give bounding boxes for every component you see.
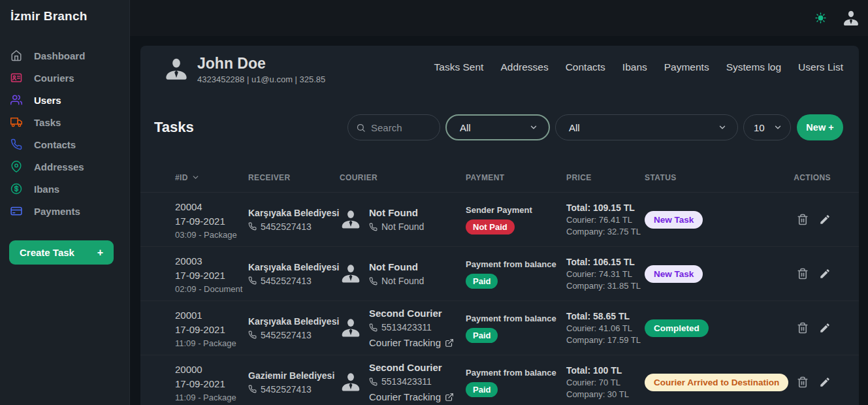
truck-icon — [10, 116, 22, 128]
sidebar-item-ibans[interactable]: Ibans — [10, 178, 129, 200]
courier-avatar-icon — [340, 371, 362, 393]
delete-icon[interactable] — [797, 268, 809, 280]
column-header-status: STATUS — [645, 173, 775, 182]
search-input[interactable] — [371, 122, 432, 133]
courier-name: Not Found — [369, 207, 424, 218]
payment-badge: Paid — [466, 328, 498, 343]
price-total: Total: 100 TL — [566, 365, 645, 376]
sidebar-item-label: Couriers — [34, 73, 74, 84]
courier-avatar-icon — [340, 263, 362, 285]
payment-badge: Paid — [466, 382, 498, 397]
task-time-type: 11:09 - Package — [175, 393, 248, 402]
courier-avatar-icon — [340, 208, 362, 231]
edit-icon[interactable] — [819, 376, 831, 388]
column-header-receiver: RECEIVER — [248, 173, 340, 182]
map-pin-icon — [10, 161, 22, 172]
phone-icon — [248, 385, 257, 393]
filter-select-value: All — [569, 122, 580, 133]
task-time-type: 02:09 - Document — [175, 284, 248, 294]
sidebar-item-label: Dashboard — [34, 50, 85, 61]
task-date: 17-09-2021 — [175, 323, 248, 337]
chevron-down-icon — [773, 123, 782, 132]
task-date: 17-09-2021 — [175, 377, 248, 391]
sidebar-item-dashboard[interactable]: Dashboard — [10, 44, 129, 67]
courier-name: Second Courier — [369, 308, 454, 319]
tab-contacts[interactable]: Contacts — [566, 61, 605, 73]
sidebar-nav: Dashboard Couriers Users Tasks Contacts … — [10, 44, 129, 222]
task-date: 17-09-2021 — [175, 268, 248, 283]
courier-tracking-link[interactable]: Courier Tracking — [369, 337, 454, 348]
receiver-phone: 5452527413 — [261, 276, 312, 286]
task-id: 20000 — [175, 363, 248, 377]
price-company: Company: 17.59 TL — [566, 335, 645, 345]
price-company: Company: 30 TL — [566, 389, 645, 399]
table-row: 20004 17-09-2021 03:09 - Package Karşıya… — [140, 193, 859, 247]
sidebar-item-couriers[interactable]: Couriers — [10, 67, 129, 89]
courier-phone: 5513423311 — [381, 322, 432, 332]
filter-select[interactable]: 10 — [743, 114, 791, 140]
courier-name: Not Found — [369, 261, 424, 272]
courier-name: Second Courier — [369, 362, 454, 373]
payment-method: Payment from balance — [466, 314, 566, 323]
tab-users-list[interactable]: Users List — [798, 61, 843, 73]
tab-payments[interactable]: Payments — [664, 61, 709, 73]
search-icon — [356, 123, 366, 133]
filter-select[interactable]: All — [445, 114, 550, 140]
edit-icon[interactable] — [819, 214, 831, 225]
sort-chevron-icon[interactable] — [191, 173, 200, 182]
task-time-type: 11:09 - Package — [175, 338, 248, 348]
price-total: Total: 58.65 TL — [566, 311, 645, 321]
edit-icon[interactable] — [819, 268, 831, 280]
payment-method: Sender Payment — [466, 205, 566, 215]
sidebar-item-label: Contacts — [34, 139, 76, 150]
column-header-courier: COURIER — [340, 173, 466, 182]
payment-method: Payment from balance — [466, 259, 566, 269]
theme-sun-icon[interactable] — [815, 12, 826, 24]
delete-icon[interactable] — [797, 376, 809, 388]
sidebar-item-payments[interactable]: Payments — [10, 200, 129, 222]
sidebar-item-users[interactable]: Users — [10, 89, 129, 111]
sidebar: İzmir Branch Dashboard Couriers Users Ta… — [0, 0, 130, 405]
users-icon — [10, 94, 22, 106]
receiver-phone: 5452527413 — [261, 221, 312, 232]
table-row: 20003 17-09-2021 02:09 - Document Karşıy… — [140, 247, 859, 301]
delete-icon[interactable] — [797, 214, 809, 225]
sidebar-item-addresses[interactable]: Addresses — [10, 155, 129, 178]
plus-icon: + — [97, 247, 103, 259]
tab-ibans[interactable]: Ibans — [622, 61, 647, 73]
tab-addresses[interactable]: Addresses — [500, 61, 548, 73]
receiver-name: Gaziemir Belediyesi — [248, 370, 340, 381]
page-title-user-name: John Doe — [197, 55, 325, 72]
tab-tasks-sent[interactable]: Tasks Sent — [434, 61, 484, 73]
new-task-button[interactable]: New + — [797, 114, 843, 140]
delete-icon[interactable] — [797, 322, 809, 334]
receiver-name: Karşıyaka Belediyesi — [248, 316, 340, 327]
task-id: 20001 — [175, 308, 248, 323]
sidebar-item-contacts[interactable]: Contacts — [10, 133, 129, 155]
create-task-button[interactable]: Create Task + — [9, 240, 114, 265]
price-courier: Courier: 74.31 TL — [566, 269, 645, 279]
filter-select[interactable]: All — [555, 114, 738, 140]
tab-systems-log[interactable]: Systems log — [726, 61, 781, 73]
table-row: 20000 17-09-2021 11:09 - Package Gaziemi… — [140, 355, 859, 405]
credit-card-icon — [10, 205, 22, 217]
price-company: Company: 32.75 TL — [566, 227, 645, 236]
phone-icon — [369, 223, 378, 231]
courier-tracking-link[interactable]: Courier Tracking — [369, 391, 454, 402]
price-total: Total: 109.15 TL — [566, 202, 645, 213]
status-badge: New Task — [645, 265, 703, 283]
sidebar-item-tasks[interactable]: Tasks — [10, 111, 129, 133]
payment-method: Payment from balance — [466, 368, 566, 378]
profile-tabs: Tasks Sent Addresses Contacts Ibans Paym… — [434, 55, 843, 73]
user-avatar-icon[interactable] — [842, 9, 860, 27]
user-meta: 4323452288 | u1@u.com | 325.85 — [197, 74, 325, 84]
edit-icon[interactable] — [819, 322, 831, 334]
sidebar-item-label: Addresses — [34, 161, 84, 172]
sidebar-item-label: Tasks — [34, 117, 61, 128]
phone-icon — [369, 277, 378, 285]
external-link-icon — [445, 338, 454, 348]
chevron-down-icon — [718, 123, 727, 132]
filter-select-value: 10 — [754, 122, 765, 133]
create-task-label: Create Task — [20, 247, 74, 258]
courier-phone: Not Found — [381, 221, 424, 232]
